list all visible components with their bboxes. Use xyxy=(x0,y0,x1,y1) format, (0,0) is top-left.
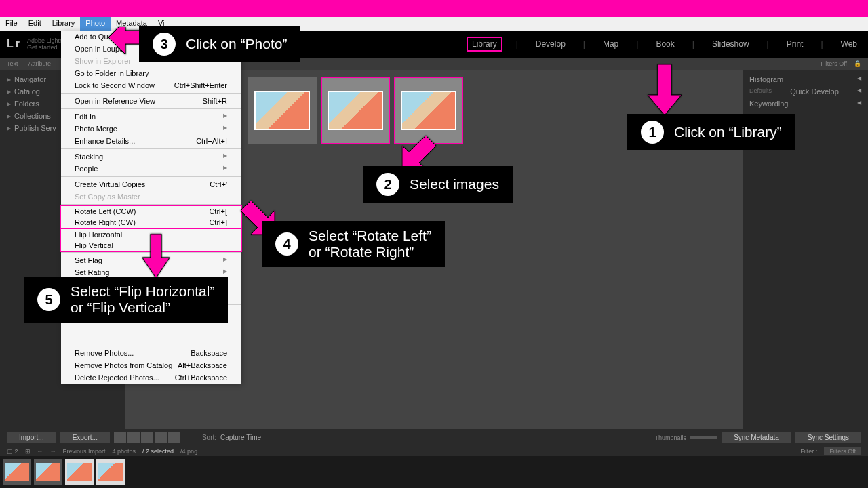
menu-go-folder[interactable]: Go to Folder in Library xyxy=(61,67,241,79)
menu-people[interactable]: People▶ xyxy=(61,163,241,175)
callout-number: 1 xyxy=(641,121,664,144)
filters-off[interactable]: Filters Off xyxy=(821,60,847,67)
lock-icon[interactable]: 🔒 xyxy=(854,60,861,67)
toolbar: Import... Export... Sort: Capture Time T… xyxy=(0,429,868,446)
menu-delete-rejected[interactable]: Delete Rejected Photos...Ctrl+Backspace xyxy=(61,371,241,384)
module-picker: Library| Develop| Map| Book| Slideshow| … xyxy=(467,37,861,52)
menu-rotate-right[interactable]: Rotate Right (CW)Ctrl+] xyxy=(61,217,241,228)
thumbnail-slider[interactable] xyxy=(690,436,717,439)
filter-text[interactable]: Text xyxy=(7,60,18,67)
sync-settings-button[interactable]: Sync Settings xyxy=(795,432,861,443)
filmstrip-thumb-selected[interactable] xyxy=(65,459,94,485)
svg-marker-4 xyxy=(142,234,170,278)
filter-label: Filter : xyxy=(800,448,817,455)
photo-menu-dropdown: Add to Qu Open in Loupe Show in Explorer… xyxy=(61,30,241,384)
arrow-icon xyxy=(142,234,170,281)
callout-3: 3 Click on “Photo” xyxy=(139,26,300,62)
callout-number: 5 xyxy=(37,288,60,311)
menu-edit[interactable]: Edit xyxy=(23,17,47,30)
thumbnail-selected[interactable] xyxy=(394,77,463,144)
menu-edit-in[interactable]: Edit In▶ xyxy=(61,110,241,123)
selection-count: / 2 selected xyxy=(142,448,174,455)
callout-5: 5 Select “Flip Horizontal”or “Flip Verti… xyxy=(24,277,228,323)
menu-remove-catalog[interactable]: Remove Photos from CatalogAlt+Backspace xyxy=(61,359,241,371)
menu-lock-second[interactable]: Lock to Second WindowCtrl+Shift+Enter xyxy=(61,79,241,92)
menu-photo[interactable]: Photo xyxy=(80,17,111,30)
filmstrip-thumb-selected[interactable] xyxy=(96,459,125,485)
menu-file[interactable]: File xyxy=(0,17,23,30)
callout-number: 2 xyxy=(376,173,399,196)
thumbnail-selected[interactable] xyxy=(321,77,390,144)
callout-4: 4 Select “Rotate Left”or “Rotate Right” xyxy=(262,221,445,267)
sort-value[interactable]: Capture Time xyxy=(220,434,261,441)
module-library[interactable]: Library xyxy=(467,37,502,52)
thumbnail[interactable] xyxy=(248,77,317,144)
people-view-icon[interactable] xyxy=(168,432,180,443)
sync-metadata-button[interactable]: Sync Metadata xyxy=(722,432,791,443)
filmstrip-thumb[interactable] xyxy=(3,459,31,485)
module-web[interactable]: Web xyxy=(837,38,861,50)
menu-open-reference[interactable]: Open in Reference ViewShift+R xyxy=(61,95,241,107)
menu-stacking[interactable]: Stacking▶ xyxy=(61,150,241,163)
secondary-display-icon[interactable]: ▢ 2 xyxy=(7,448,18,455)
app-logo: Lr xyxy=(7,38,22,50)
callout-number: 3 xyxy=(153,33,176,56)
grid-nav-icon[interactable]: ⊞ xyxy=(25,448,31,455)
menu-photo-merge[interactable]: Photo Merge▶ xyxy=(61,123,241,135)
survey-view-icon[interactable] xyxy=(155,432,167,443)
menu-enhance[interactable]: Enhance Details...Ctrl+Alt+I xyxy=(61,135,241,147)
compare-view-icon[interactable] xyxy=(141,432,153,443)
module-slideshow[interactable]: Slideshow xyxy=(708,38,753,50)
module-book[interactable]: Book xyxy=(652,38,678,50)
grid-view-icon[interactable] xyxy=(114,432,126,443)
menu-rotate-left[interactable]: Rotate Left (CCW)Ctrl+[ xyxy=(61,206,241,217)
quick-develop-panel[interactable]: DefaultsQuick Develop◀ xyxy=(749,85,861,98)
menu-library[interactable]: Library xyxy=(47,17,81,30)
menu-set-copy-master[interactable]: Set Copy as Master xyxy=(61,190,241,203)
arrow-icon xyxy=(648,64,682,118)
module-map[interactable]: Map xyxy=(599,38,623,50)
callout-number: 4 xyxy=(275,232,298,256)
current-file: /4.png xyxy=(180,448,197,455)
loupe-view-icon[interactable] xyxy=(127,432,140,443)
import-button[interactable]: Import... xyxy=(7,432,56,443)
back-icon[interactable]: ← xyxy=(37,448,43,455)
menu-remove-photos[interactable]: Remove Photos...Backspace xyxy=(61,347,241,359)
filmstrip: ▢ 2 ⊞ ← → Previous Import 4 photos / 2 s… xyxy=(0,446,868,488)
module-print[interactable]: Print xyxy=(783,38,808,50)
callout-2: 2 Select images xyxy=(363,166,513,203)
keywording-panel[interactable]: Keywording◀ xyxy=(749,98,861,110)
forward-icon[interactable]: → xyxy=(50,448,56,455)
svg-marker-0 xyxy=(648,64,682,115)
filter-attribute[interactable]: Attribute xyxy=(28,60,52,67)
module-develop[interactable]: Develop xyxy=(532,38,570,50)
histogram-panel[interactable]: Histogram◀ xyxy=(749,73,861,85)
filter-dropdown[interactable]: Filters Off xyxy=(824,447,861,455)
svg-marker-1 xyxy=(402,136,436,169)
sort-label: Sort: xyxy=(202,434,216,441)
filmstrip-thumb[interactable] xyxy=(34,459,62,485)
export-button[interactable]: Export... xyxy=(60,432,110,443)
filmstrip-source[interactable]: Previous Import xyxy=(63,448,106,455)
callout-1: 1 Click on “Library” xyxy=(627,114,795,150)
photo-count: 4 photos xyxy=(113,448,136,455)
thumbnails-label: Thumbnails xyxy=(655,434,687,441)
menu-virtual-copies[interactable]: Create Virtual CopiesCtrl+' xyxy=(61,178,241,190)
